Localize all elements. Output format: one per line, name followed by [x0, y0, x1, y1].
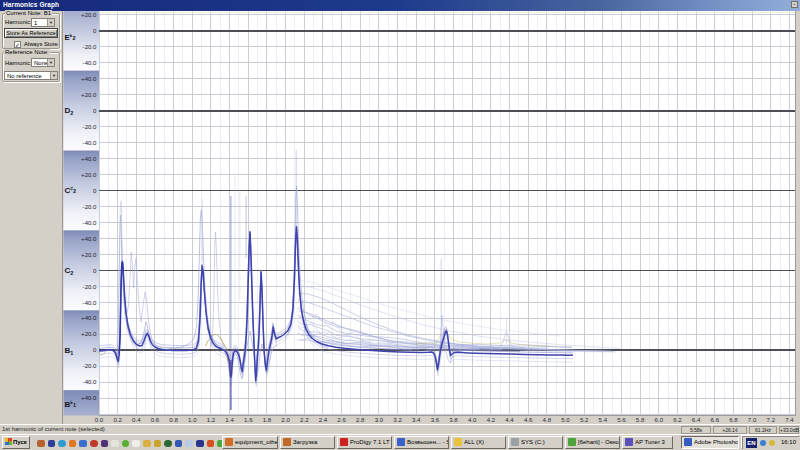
svg-text:6.4: 6.4 [692, 416, 701, 423]
svg-text:5.6: 5.6 [617, 416, 626, 423]
svg-text:+20.0: +20.0 [81, 91, 97, 98]
svg-text:+20.0: +20.0 [81, 330, 97, 337]
svg-text:4.0: 4.0 [468, 416, 477, 423]
svg-text:+40.0: +40.0 [81, 314, 97, 321]
svg-text:0.6: 0.6 [151, 416, 160, 423]
svg-text:+40.0: +40.0 [81, 155, 97, 162]
svg-text:6.6: 6.6 [711, 416, 720, 423]
svg-text:0.4: 0.4 [132, 416, 141, 423]
svg-text:5.0: 5.0 [561, 416, 570, 423]
svg-text:-20.0: -20.0 [83, 203, 98, 210]
svg-text:+40.0: +40.0 [81, 394, 97, 401]
svg-text:+20.0: +20.0 [81, 11, 97, 18]
svg-text:7.4: 7.4 [785, 416, 794, 423]
svg-text:0.2: 0.2 [113, 416, 122, 423]
svg-text:3.6: 3.6 [431, 416, 440, 423]
svg-text:1.8: 1.8 [263, 416, 272, 423]
svg-text:2.6: 2.6 [337, 416, 346, 423]
svg-text:5.4: 5.4 [599, 416, 608, 423]
svg-text:-40.0: -40.0 [83, 299, 98, 306]
svg-text:3.8: 3.8 [449, 416, 458, 423]
svg-text:4.2: 4.2 [487, 416, 496, 423]
svg-text:3.4: 3.4 [412, 416, 421, 423]
svg-text:-20.0: -20.0 [83, 283, 98, 290]
svg-text:2.2: 2.2 [300, 416, 309, 423]
svg-text:+40.0: +40.0 [81, 75, 97, 82]
svg-text:+20.0: +20.0 [81, 251, 97, 258]
svg-text:7.0: 7.0 [748, 416, 757, 423]
svg-text:1.2: 1.2 [207, 416, 216, 423]
svg-text:5.2: 5.2 [580, 416, 589, 423]
svg-text:3.2: 3.2 [393, 416, 402, 423]
svg-text:2.0: 2.0 [281, 416, 290, 423]
svg-text:1.0: 1.0 [188, 416, 197, 423]
svg-text:+20.0: +20.0 [81, 171, 97, 178]
svg-text:5.8: 5.8 [636, 416, 645, 423]
svg-text:-40.0: -40.0 [83, 378, 98, 385]
svg-text:0.0: 0.0 [95, 416, 104, 423]
svg-text:7.2: 7.2 [767, 416, 776, 423]
svg-text:4.8: 4.8 [543, 416, 552, 423]
svg-text:+40.0: +40.0 [81, 235, 97, 242]
svg-text:1.4: 1.4 [225, 416, 234, 423]
svg-text:4.4: 4.4 [505, 416, 514, 423]
svg-text:0.8: 0.8 [169, 416, 178, 423]
svg-text:6.0: 6.0 [655, 416, 664, 423]
svg-text:-40.0: -40.0 [83, 139, 98, 146]
svg-text:-40.0: -40.0 [83, 59, 98, 66]
svg-text:-20.0: -20.0 [83, 362, 98, 369]
svg-text:2.8: 2.8 [356, 416, 365, 423]
svg-text:-40.0: -40.0 [83, 219, 98, 226]
svg-text:1.6: 1.6 [244, 416, 253, 423]
svg-text:6.2: 6.2 [673, 416, 682, 423]
svg-text:-20.0: -20.0 [83, 43, 98, 50]
svg-text:3.0: 3.0 [375, 416, 384, 423]
svg-text:4.6: 4.6 [524, 416, 533, 423]
svg-text:2.4: 2.4 [319, 416, 328, 423]
svg-text:-20.0: -20.0 [83, 123, 98, 130]
svg-text:6.8: 6.8 [729, 416, 738, 423]
